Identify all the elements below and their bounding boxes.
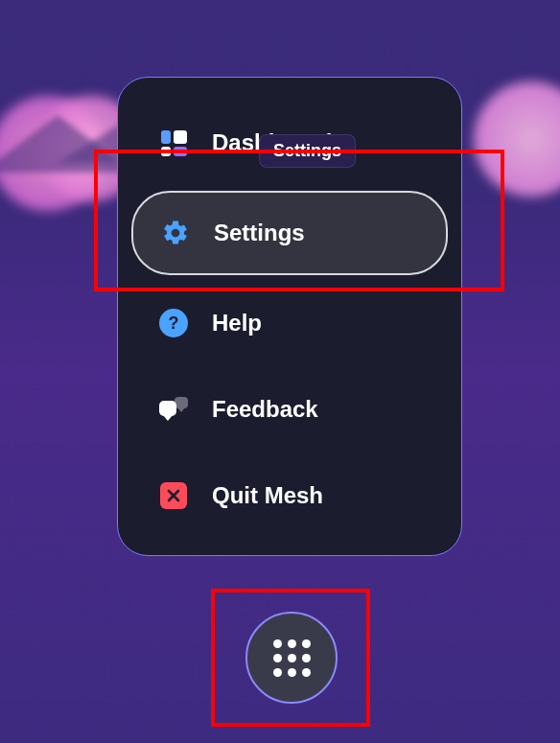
- close-icon: [158, 480, 189, 511]
- gear-icon: [160, 218, 191, 248]
- grid-icon: [273, 639, 311, 677]
- menu-item-label: Settings: [214, 220, 419, 246]
- menu-item-settings[interactable]: Settings: [131, 191, 448, 275]
- feedback-icon: [158, 394, 189, 425]
- menu-item-label: Quit Mesh: [212, 482, 421, 509]
- tooltip-text: Settings: [273, 141, 341, 160]
- menu-item-quit[interactable]: Quit Mesh: [131, 457, 448, 534]
- menu-item-label: Help: [212, 310, 421, 337]
- launcher-button[interactable]: [245, 612, 338, 704]
- menu-item-help[interactable]: ? Help: [131, 285, 448, 361]
- help-icon: ?: [158, 308, 189, 338]
- menu-item-feedback[interactable]: Feedback: [131, 371, 448, 448]
- tooltip: Settings: [259, 134, 356, 168]
- dashboard-icon: [158, 128, 189, 158]
- menu-item-label: Feedback: [212, 396, 421, 423]
